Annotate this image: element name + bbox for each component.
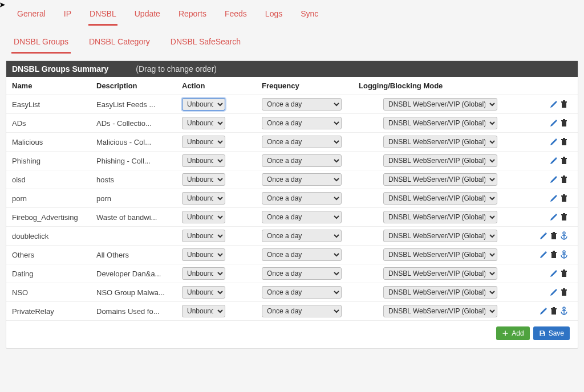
frequency-select[interactable]: Once a day xyxy=(262,286,342,299)
table-row[interactable]: oisdhostsUnboundOnce a dayDNSBL WebServe… xyxy=(6,170,578,189)
delete-icon[interactable] xyxy=(549,307,558,316)
edit-icon[interactable] xyxy=(549,100,558,109)
cell-name: doubleclick xyxy=(6,227,92,246)
mode-select[interactable]: DNSBL WebServer/VIP (Global) xyxy=(383,117,497,129)
cell-description: porn xyxy=(92,189,177,208)
tab-logs[interactable]: Logs xyxy=(264,6,283,26)
action-select[interactable]: Unbound xyxy=(182,154,225,167)
edit-icon[interactable] xyxy=(539,307,548,316)
delete-icon[interactable] xyxy=(549,250,558,259)
table-row[interactable]: Firebog_AdvertisingWaste of bandwi...Unb… xyxy=(6,208,578,227)
table-row[interactable]: ADsADs - Collectio...UnboundOnce a dayDN… xyxy=(6,114,578,133)
edit-icon[interactable] xyxy=(549,175,558,184)
table-row[interactable]: doubleclickUnboundOnce a dayDNSBL WebSer… xyxy=(6,227,578,246)
cell-actions xyxy=(526,189,578,208)
edit-icon[interactable] xyxy=(549,213,558,222)
frequency-select[interactable]: Once a day xyxy=(262,136,342,148)
cell-description: All Others xyxy=(92,246,177,264)
edit-icon[interactable] xyxy=(549,269,558,278)
action-select[interactable]: Unbound xyxy=(182,230,225,242)
delete-icon[interactable] xyxy=(549,231,558,240)
action-select[interactable]: Unbound xyxy=(182,173,225,186)
table-row[interactable]: PhishingPhishing - Coll...UnboundOnce a … xyxy=(6,152,578,170)
table-row[interactable]: OthersAll OthersUnboundOnce a dayDNSBL W… xyxy=(6,246,578,264)
mode-select[interactable]: DNSBL WebServer/VIP (Global) xyxy=(383,136,497,148)
delete-icon[interactable] xyxy=(559,119,569,128)
mode-select[interactable]: DNSBL WebServer/VIP (Global) xyxy=(383,230,497,242)
cell-actions xyxy=(526,246,578,264)
edit-icon[interactable] xyxy=(539,250,548,259)
action-select[interactable]: Unbound xyxy=(182,211,225,223)
action-select[interactable]: Unbound xyxy=(182,286,225,299)
frequency-select[interactable]: Once a day xyxy=(262,173,342,186)
cell-name: Dating xyxy=(6,264,92,283)
anchor-icon[interactable] xyxy=(559,307,569,316)
mode-select[interactable]: DNSBL WebServer/VIP (Global) xyxy=(383,248,497,261)
edit-icon[interactable] xyxy=(549,194,558,203)
table-row[interactable]: NSONSO Group Malwa...UnboundOnce a dayDN… xyxy=(6,283,578,302)
subtab-dnsbl-category[interactable]: DNSBL Category xyxy=(87,34,152,54)
delete-icon[interactable] xyxy=(559,194,569,203)
action-select[interactable]: Unbound xyxy=(182,98,225,111)
tab-feeds[interactable]: Feeds xyxy=(224,6,248,26)
table-row[interactable]: EasyListEasyList Feeds ...UnboundOnce a … xyxy=(6,95,578,114)
edit-icon[interactable] xyxy=(549,156,558,165)
mode-select[interactable]: DNSBL WebServer/VIP (Global) xyxy=(383,286,497,299)
delete-icon[interactable] xyxy=(559,156,569,165)
edit-icon[interactable] xyxy=(549,288,558,297)
cell-actions xyxy=(526,133,578,152)
action-select[interactable]: Unbound xyxy=(182,305,225,317)
frequency-select[interactable]: Once a day xyxy=(262,117,342,129)
tab-ip[interactable]: IP xyxy=(63,6,72,26)
mode-select[interactable]: DNSBL WebServer/VIP (Global) xyxy=(383,192,497,205)
tab-update[interactable]: Update xyxy=(133,6,161,26)
anchor-icon[interactable] xyxy=(559,231,569,240)
cell-name: porn xyxy=(6,189,92,208)
table-row[interactable]: PrivateRelayDomains Used fo...UnboundOnc… xyxy=(6,302,578,321)
tab-sync[interactable]: Sync xyxy=(299,6,319,26)
anchor-icon[interactable] xyxy=(559,250,569,259)
subtab-dnsbl-safesearch[interactable]: DNSBL SafeSearch xyxy=(168,34,243,54)
frequency-select[interactable]: Once a day xyxy=(262,248,342,261)
table-row[interactable]: DatingDeveloper Dan&a...UnboundOnce a da… xyxy=(6,264,578,283)
cell-actions xyxy=(526,114,578,133)
delete-icon[interactable] xyxy=(559,137,569,146)
panel-title: DNSBL Groups Summary xyxy=(12,64,108,74)
mode-select[interactable]: DNSBL WebServer/VIP (Global) xyxy=(383,154,497,167)
edit-icon[interactable] xyxy=(539,231,548,240)
svg-rect-2 xyxy=(541,331,544,333)
frequency-select[interactable]: Once a day xyxy=(262,154,342,167)
frequency-select[interactable]: Once a day xyxy=(262,192,342,205)
action-select[interactable]: Unbound xyxy=(182,192,225,205)
action-select[interactable]: Unbound xyxy=(182,248,225,261)
action-select[interactable]: Unbound xyxy=(182,136,225,148)
delete-icon[interactable] xyxy=(559,288,569,297)
table-row[interactable]: MaliciousMalicious - Col...UnboundOnce a… xyxy=(6,133,578,152)
save-button[interactable]: Save xyxy=(533,326,570,340)
mode-select[interactable]: DNSBL WebServer/VIP (Global) xyxy=(383,211,497,223)
mode-select[interactable]: DNSBL WebServer/VIP (Global) xyxy=(383,98,497,111)
mode-select[interactable]: DNSBL WebServer/VIP (Global) xyxy=(383,305,497,317)
tab-dnsbl[interactable]: DNSBL xyxy=(88,6,117,26)
frequency-select[interactable]: Once a day xyxy=(262,98,342,111)
edit-icon[interactable] xyxy=(549,137,558,146)
cell-actions xyxy=(526,302,578,321)
delete-icon[interactable] xyxy=(559,175,569,184)
mode-select[interactable]: DNSBL WebServer/VIP (Global) xyxy=(383,267,497,280)
frequency-select[interactable]: Once a day xyxy=(262,230,342,242)
subtab-dnsbl-groups[interactable]: DNSBL Groups xyxy=(11,34,71,54)
edit-icon[interactable] xyxy=(549,119,558,128)
tab-reports[interactable]: Reports xyxy=(177,6,208,26)
add-button[interactable]: Add xyxy=(496,326,529,340)
action-select[interactable]: Unbound xyxy=(182,267,225,280)
delete-icon[interactable] xyxy=(559,213,569,222)
frequency-select[interactable]: Once a day xyxy=(262,305,342,317)
frequency-select[interactable]: Once a day xyxy=(262,211,342,223)
table-row[interactable]: pornpornUnboundOnce a dayDNSBL WebServer… xyxy=(6,189,578,208)
action-select[interactable]: Unbound xyxy=(182,117,225,129)
frequency-select[interactable]: Once a day xyxy=(262,267,342,280)
delete-icon[interactable] xyxy=(559,269,569,278)
delete-icon[interactable] xyxy=(559,100,569,109)
mode-select[interactable]: DNSBL WebServer/VIP (Global) xyxy=(383,173,497,186)
tab-general[interactable]: General xyxy=(16,6,47,26)
